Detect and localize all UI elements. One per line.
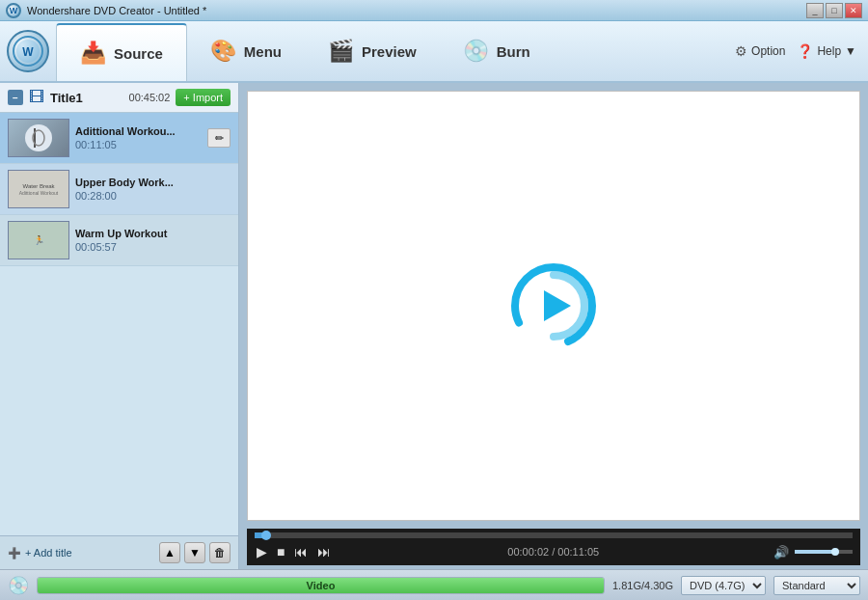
clip-duration: 00:28:00 (75, 190, 231, 202)
tab-preview[interactable]: 🎬 Preview (305, 21, 440, 81)
clip-edit-button[interactable]: ✏ (207, 128, 231, 148)
player-controls: ▶ ■ ⏮ ⏭ 00:00:02 / 00:11:05 🔊 (247, 529, 860, 565)
time-sep: / (549, 546, 557, 558)
clip-list: Adittional Workou... 00:11:05 ✏ Water Br… (0, 113, 238, 535)
help-button[interactable]: ❓ Help ▼ (797, 43, 856, 59)
right-panel: ▶ ■ ⏮ ⏭ 00:00:02 / 00:11:05 🔊 (239, 83, 868, 569)
menu-icon: 🎨 (210, 39, 236, 64)
close-button[interactable]: ✕ (845, 3, 862, 18)
volume-handle[interactable] (831, 548, 839, 556)
quality-select[interactable]: Standard High Quality (773, 576, 860, 595)
clip-info: Adittional Workou... 00:11:05 (75, 125, 202, 150)
dvd-type-select[interactable]: DVD (4.7G) DVD (8.5G) BD-25G (681, 576, 766, 595)
add-title-icon: ➕ (8, 547, 21, 559)
time-total: 00:11:05 (557, 546, 599, 558)
help-arrow-icon: ▼ (845, 44, 856, 58)
volume-icon: 🔊 (773, 545, 789, 559)
stop-button[interactable]: ■ (275, 542, 286, 561)
add-title-button[interactable]: ➕ + Add title (8, 547, 72, 559)
toolbar-logo: W (0, 21, 56, 81)
volume-fill (795, 550, 835, 554)
toolbar-right: ⚙ Option ❓ Help ▼ (735, 21, 868, 81)
main-toolbar: W 📥 Source 🎨 Menu 🎬 Preview 💿 Burn ⚙ Opt… (0, 21, 868, 83)
tab-burn-label: Burn (497, 43, 530, 60)
minimize-button[interactable]: _ (806, 3, 824, 18)
clip-title: Adittional Workou... (75, 125, 202, 137)
left-panel: − 🎞 Title1 00:45:02 + Import (0, 83, 239, 569)
app-title: Wondershare DVD Creator - Untitled * (27, 5, 806, 16)
app-icon: W (6, 3, 21, 18)
gear-icon: ⚙ (735, 43, 747, 59)
tab-preview-label: Preview (362, 43, 417, 60)
source-icon: 📥 (80, 41, 106, 66)
app-logo: W (7, 30, 49, 72)
title-name: Title1 (50, 91, 123, 105)
list-item[interactable]: Water Break Adittional Workout Upper Bod… (0, 164, 238, 215)
progress-handle[interactable] (261, 531, 271, 540)
tab-menu-label: Menu (244, 43, 282, 60)
clip-thumbnail (8, 119, 69, 157)
prev-button[interactable]: ⏮ (292, 542, 310, 561)
option-label: Option (751, 44, 785, 58)
svg-text:W: W (22, 45, 34, 59)
title-header: − 🎞 Title1 00:45:02 + Import (0, 83, 238, 113)
clip-info: Warm Up Workout 00:05:57 (75, 228, 231, 253)
list-item[interactable]: 🏃 Warm Up Workout 00:05:57 (0, 215, 238, 266)
tab-source[interactable]: 📥 Source (56, 23, 187, 81)
maximize-button[interactable]: □ (826, 3, 843, 18)
delete-button[interactable]: 🗑 (209, 542, 231, 563)
preview-icon: 🎬 (328, 39, 354, 64)
window-controls: _ □ ✕ (806, 3, 862, 18)
clip-info: Upper Body Work... 00:28:00 (75, 177, 231, 202)
title-icon: 🎞 (29, 89, 44, 106)
progress-label: Video (307, 580, 336, 591)
controls-row: ▶ ■ ⏮ ⏭ 00:00:02 / 00:11:05 🔊 (255, 542, 853, 561)
list-item[interactable]: Adittional Workou... 00:11:05 ✏ (0, 113, 238, 164)
encode-progress-fill: Video (38, 578, 604, 593)
title-time: 00:45:02 (129, 92, 171, 103)
video-area (247, 91, 860, 521)
help-label: Help (817, 44, 841, 58)
titlebar: W Wondershare DVD Creator - Untitled * _… (0, 0, 868, 21)
size-display: 1.81G/4.30G (612, 580, 673, 591)
clip-thumbnail: Water Break Adittional Workout (8, 170, 69, 208)
disc-icon: 💿 (8, 575, 29, 596)
play-button[interactable]: ▶ (255, 542, 269, 561)
clip-thumbnail: 🏃 (8, 221, 69, 259)
add-title-label: + Add title (25, 547, 72, 559)
clip-title: Warm Up Workout (75, 228, 231, 239)
import-button[interactable]: + Import (176, 89, 231, 106)
help-icon: ❓ (797, 43, 813, 59)
status-bar: 💿 Video 1.81G/4.30G DVD (4.7G) DVD (8.5G… (0, 569, 868, 600)
tab-burn[interactable]: 💿 Burn (440, 21, 554, 81)
clip-duration: 00:11:05 (75, 139, 202, 150)
time-current: 00:00:02 (507, 546, 549, 558)
move-up-button[interactable]: ▲ (159, 542, 180, 563)
clip-duration: 00:05:57 (75, 241, 231, 253)
progress-bar[interactable] (255, 532, 853, 538)
panel-bottom: ➕ + Add title ▲ ▼ 🗑 (0, 535, 238, 569)
svg-marker-5 (544, 290, 571, 321)
collapse-button[interactable]: − (8, 90, 23, 105)
clip-title: Upper Body Work... (75, 177, 231, 188)
main-content: − 🎞 Title1 00:45:02 + Import (0, 83, 868, 569)
next-button[interactable]: ⏭ (315, 542, 333, 561)
encode-progress-track: Video (37, 577, 605, 594)
time-display: 00:00:02 / 00:11:05 (339, 546, 768, 558)
volume-bar[interactable] (795, 550, 853, 554)
tab-source-label: Source (114, 45, 163, 62)
move-down-button[interactable]: ▼ (184, 542, 205, 563)
player-logo (496, 248, 611, 364)
option-button[interactable]: ⚙ Option (735, 43, 785, 59)
tab-menu[interactable]: 🎨 Menu (187, 21, 305, 81)
burn-icon: 💿 (463, 39, 489, 64)
